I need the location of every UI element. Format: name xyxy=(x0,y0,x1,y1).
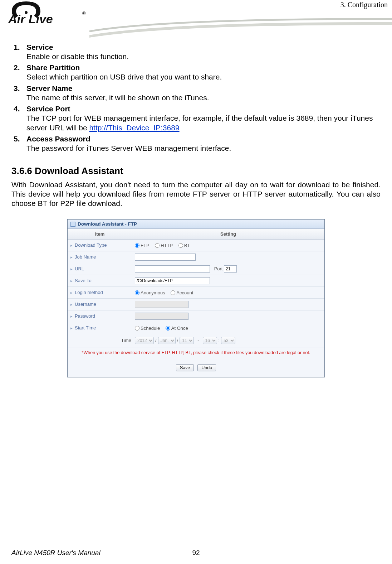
chapter-label: 3. Configuration xyxy=(340,1,388,9)
month-select[interactable]: Jan. xyxy=(158,337,176,344)
radio-schedule[interactable] xyxy=(135,326,139,331)
list-item: 2.Share Partition Select which partition… xyxy=(14,63,381,82)
table-row: Start Time Schedule At Once xyxy=(68,322,324,334)
label-login-method: Login method xyxy=(68,288,132,297)
manual-title: AirLive N450R User's Manual xyxy=(11,549,101,557)
port-input[interactable] xyxy=(224,265,237,273)
table-row: Download Type FTP HTTP BT xyxy=(68,240,324,251)
label-start-time: Start Time xyxy=(68,323,132,333)
item-number: 5. xyxy=(14,135,26,143)
radio-anonymous-label: Anonymous xyxy=(141,290,165,295)
table-row: Job Name xyxy=(68,251,324,263)
list-item: 3.Server Name The name of this server, i… xyxy=(14,84,381,102)
item-number: 2. xyxy=(14,63,26,72)
save-to-input[interactable] xyxy=(135,277,210,284)
job-name-input[interactable] xyxy=(135,254,196,261)
table-row: URL Port xyxy=(68,263,324,275)
sep-slash: / xyxy=(155,338,157,343)
year-select[interactable]: 2012 xyxy=(135,337,154,344)
radio-anonymous[interactable] xyxy=(135,290,139,295)
label-url: URL xyxy=(68,264,132,274)
table-row: Save To xyxy=(68,275,324,287)
item-desc: The name of this server, it will be show… xyxy=(26,93,381,102)
device-url-link[interactable]: http://This_Device_IP:3689 xyxy=(89,124,179,132)
panel-title: Download Assistant - FTP xyxy=(68,220,324,229)
list-item: 1.Service Enable or disable this functio… xyxy=(14,43,381,61)
item-desc: The TCP port for WEB management interfac… xyxy=(26,113,381,133)
svg-text:Air Live: Air Live xyxy=(8,12,53,26)
item-desc: Enable or disable this function. xyxy=(26,52,381,61)
sep-colon: : xyxy=(219,338,220,343)
header-swoosh xyxy=(89,18,392,39)
item-title: Access Password xyxy=(26,135,90,143)
radio-at-once-label: At Once xyxy=(171,326,188,331)
table-row: Login method Anonymous Account xyxy=(68,287,324,299)
page-footer: AirLive N450R User's Manual 92 xyxy=(11,549,381,557)
day-select[interactable]: 11 xyxy=(180,337,194,344)
radio-at-once[interactable] xyxy=(166,326,170,331)
sep-slash: / xyxy=(177,338,178,343)
list-item: 4.Service Port The TCP port for WEB mana… xyxy=(14,105,381,133)
section-paragraph: With Download Assistant, you don't need … xyxy=(11,180,381,208)
label-username: Username xyxy=(68,299,132,309)
item-number: 4. xyxy=(14,105,26,113)
label-job-name: Job Name xyxy=(68,252,132,262)
save-button[interactable]: Save xyxy=(176,364,194,371)
section-heading: 3.6.6 Download Assistant xyxy=(11,165,381,177)
table-header: Item Setting xyxy=(68,229,324,240)
radio-account-label: Account xyxy=(176,290,193,295)
th-item: Item xyxy=(68,229,132,239)
hour-select[interactable]: 16 xyxy=(203,337,217,344)
item-desc: The password for iTunes Server WEB manag… xyxy=(26,143,381,153)
item-title: Service Port xyxy=(26,105,70,113)
label-save-to: Save To xyxy=(68,276,132,285)
svg-text:®: ® xyxy=(82,11,86,16)
undo-button[interactable]: Undo xyxy=(197,364,216,371)
radio-schedule-label: Schedule xyxy=(141,326,160,331)
password-input[interactable] xyxy=(135,313,188,320)
numbered-list: 1.Service Enable or disable this functio… xyxy=(14,43,381,153)
page-number: 92 xyxy=(192,549,200,557)
label-password: Password xyxy=(68,311,132,321)
sep-dash: - xyxy=(197,338,199,343)
minute-select[interactable]: 53 xyxy=(221,337,235,344)
username-input[interactable] xyxy=(135,301,188,308)
radio-ftp[interactable] xyxy=(135,243,139,248)
radio-http[interactable] xyxy=(155,243,160,248)
list-item: 5.Access Password The password for iTune… xyxy=(14,135,381,153)
radio-ftp-label: FTP xyxy=(141,243,150,248)
time-row: Time 2012 / Jan. / 11 - 16 : 53 xyxy=(68,334,324,347)
radio-bt-label: BT xyxy=(184,243,190,248)
table-row: Password xyxy=(68,310,324,322)
th-setting: Setting xyxy=(132,229,324,239)
button-row: Save Undo xyxy=(68,359,324,377)
item-title: Service xyxy=(26,43,53,52)
table-row: Username xyxy=(68,299,324,310)
download-assistant-panel: Download Assistant - FTP Item Setting Do… xyxy=(67,219,325,377)
port-label: Port xyxy=(214,266,223,271)
item-number: 1. xyxy=(14,43,26,52)
label-download-type: Download Type xyxy=(68,240,132,250)
radio-http-label: HTTP xyxy=(161,243,173,248)
airlive-logo: Air Live ® xyxy=(6,1,89,29)
url-input[interactable] xyxy=(135,265,210,273)
radio-account[interactable] xyxy=(171,290,175,295)
item-number: 3. xyxy=(14,84,26,93)
label-time: Time xyxy=(70,338,135,343)
radio-bt[interactable] xyxy=(178,243,183,248)
item-title: Server Name xyxy=(26,84,72,93)
item-title: Share Partition xyxy=(26,63,80,72)
item-desc: Select which partition on USB drive that… xyxy=(26,72,381,82)
warning-text: *When you use the download service of FT… xyxy=(68,347,324,359)
